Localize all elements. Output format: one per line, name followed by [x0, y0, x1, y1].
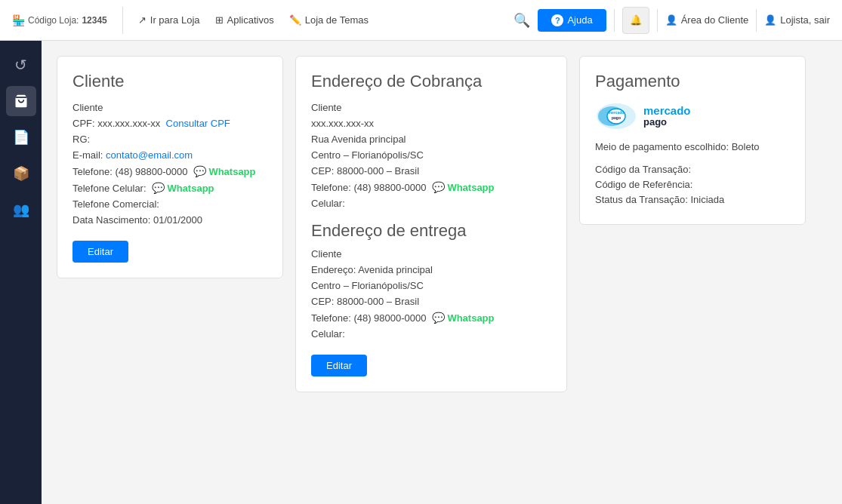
cliente-telefone-comercial: Telefone Comercial: — [72, 198, 267, 210]
mp-logo-svg: mercado pago — [595, 102, 637, 131]
sidebar-item-cart[interactable] — [6, 86, 36, 116]
codigo-transacao: Código da Transação: — [595, 164, 790, 175]
cobranca-bairro: Centro – Florianópolis/SC — [311, 149, 551, 161]
email-link[interactable]: contato@email.com — [106, 149, 193, 161]
store-code-label: Código Loja: — [28, 15, 79, 26]
nav-divider-2 — [614, 9, 615, 32]
consultar-cpf-link[interactable]: Consultar CPF — [166, 118, 230, 129]
whatsapp-icon-3: 💬 — [432, 181, 445, 193]
endereco-cobranca-title: Endereço de Cobrança — [311, 72, 551, 91]
entrega-endereco: Endereço: Avenida principal — [311, 264, 551, 275]
pagamento-card: Pagamento mercado pago mercado pago — [579, 56, 806, 225]
nav-divider-3 — [657, 9, 658, 32]
topnav: 🏪 Código Loja: 12345 ↗ Ir para Loja ⊞ Ap… — [0, 0, 842, 41]
question-icon: ? — [551, 14, 563, 26]
cobranca-rua: Rua Avenida principal — [311, 134, 551, 145]
svg-text:mercado: mercado — [609, 110, 625, 115]
nav-link-loja-temas[interactable]: ✏️ Loja de Temas — [289, 14, 369, 26]
cobranca-celular: Celular: — [311, 198, 551, 209]
ajuda-button[interactable]: ? Ajuda — [538, 9, 606, 32]
area-cliente-button[interactable]: 👤 Área do Cliente — [665, 14, 749, 26]
cards-row: Cliente Cliente CPF: xxx.xxx.xxx-xx Cons… — [57, 56, 827, 392]
cliente-rg: RG: — [72, 134, 267, 145]
endereco-card: Endereço de Cobrança Cliente xxx.xxx.xxx… — [295, 56, 567, 392]
main-content: Cliente Cliente CPF: xxx.xxx.xxx-xx Cons… — [42, 41, 842, 504]
entrega-telefone: Telefone: (48) 98000-0000 💬 Whatsapp — [311, 312, 551, 324]
topnav-right: 🔍 ? Ajuda 🔔 👤 Área do Cliente 👤 Lojista,… — [514, 7, 830, 34]
cobranca-cliente: Cliente — [311, 102, 551, 113]
status-transacao: Status da Transação: Iniciada — [595, 194, 790, 205]
person-icon: 👤 — [665, 14, 677, 26]
endereco-entrega-title: Endereço de entrega — [311, 221, 551, 241]
cliente-email: E-mail: contato@email.com — [72, 149, 267, 161]
cliente-editar-button[interactable]: Editar — [72, 241, 128, 263]
cliente-card: Cliente Cliente CPF: xxx.xxx.xxx-xx Cons… — [57, 56, 283, 278]
sidebar: ↺ 📄 📦 👥 — [0, 41, 42, 504]
mp-logo-text-block: mercado pago — [643, 105, 691, 128]
meio-pagamento: Meio de pagamento escolhido: Boleto — [595, 141, 790, 152]
mercadopago-logo: mercado pago mercado pago — [595, 102, 790, 131]
spacer — [595, 156, 790, 164]
svg-text:pago: pago — [612, 115, 621, 120]
entrega-bairro: Centro – Florianópolis/SC — [311, 280, 551, 291]
sidebar-item-refresh[interactable]: ↺ — [6, 50, 36, 80]
whatsapp-link-3[interactable]: Whatsapp — [447, 182, 494, 193]
user-circle-icon: 👤 — [764, 14, 776, 26]
main-layout: ↺ 📄 📦 👥 Cliente Cliente CPF: xxx.xxx.xxx… — [0, 41, 842, 504]
cliente-telefone: Telefone: (48) 98800-0000 💬 Whatsapp — [72, 165, 267, 177]
store-icon: 🏪 — [12, 14, 25, 26]
mp-logo-image: mercado pago — [595, 102, 637, 131]
external-link-icon: ↗ — [138, 14, 147, 26]
entrega-celular: Celular: — [311, 328, 551, 340]
cliente-title: Cliente — [72, 72, 267, 91]
nav-divider-4 — [756, 9, 757, 32]
cart-icon-svg — [14, 94, 29, 109]
cobranca-telefone: Telefone: (48) 98800-0000 💬 Whatsapp — [311, 181, 551, 193]
codigo-referencia: Código de Referência: — [595, 179, 790, 190]
cobranca-cep: CEP: 88000-000 – Brasil — [311, 165, 551, 177]
cobranca-cpf: xxx.xxx.xxx-xx — [311, 118, 551, 129]
whatsapp-link-4[interactable]: Whatsapp — [447, 312, 494, 324]
notification-button[interactable]: 🔔 — [622, 7, 649, 34]
cliente-cpf: CPF: xxx.xxx.xxx-xx Consultar CPF — [72, 118, 267, 129]
whatsapp-link-1[interactable]: Whatsapp — [208, 166, 255, 177]
entrega-editar-button[interactable]: Editar — [311, 355, 367, 376]
cliente-telefone-celular: Telefone Celular: 💬 Whatsapp — [72, 182, 267, 194]
whatsapp-icon-2: 💬 — [152, 182, 165, 194]
lojista-button[interactable]: 👤 Lojista, sair — [764, 14, 830, 26]
sidebar-item-document[interactable]: 📄 — [6, 122, 36, 152]
entrega-cep: CEP: 88000-000 – Brasil — [311, 296, 551, 307]
bell-icon: 🔔 — [630, 14, 642, 26]
whatsapp-link-2[interactable]: Whatsapp — [167, 183, 214, 194]
topnav-links: ↗ Ir para Loja ⊞ Aplicativos ✏️ Loja de … — [138, 14, 499, 26]
grid-icon: ⊞ — [215, 14, 224, 26]
entrega-cliente: Cliente — [311, 248, 551, 260]
cliente-data-nascimento: Data Nascimento: 01/01/2000 — [72, 214, 267, 226]
store-code-value: 12345 — [82, 15, 106, 26]
search-icon[interactable]: 🔍 — [514, 12, 530, 29]
store-code: 🏪 Código Loja: 12345 — [12, 14, 107, 26]
pagamento-title: Pagamento — [595, 72, 790, 91]
whatsapp-icon-4: 💬 — [432, 312, 445, 324]
sidebar-item-users[interactable]: 👥 — [6, 195, 36, 225]
nav-link-aplicativos[interactable]: ⊞ Aplicativos — [215, 14, 274, 26]
nav-divider-1 — [122, 7, 123, 34]
brush-icon: ✏️ — [289, 14, 301, 26]
cliente-nome: Cliente — [72, 102, 267, 113]
sidebar-item-box[interactable]: 📦 — [6, 158, 36, 189]
nav-link-ir-loja[interactable]: ↗ Ir para Loja — [138, 14, 200, 26]
whatsapp-icon-1: 💬 — [193, 165, 206, 177]
